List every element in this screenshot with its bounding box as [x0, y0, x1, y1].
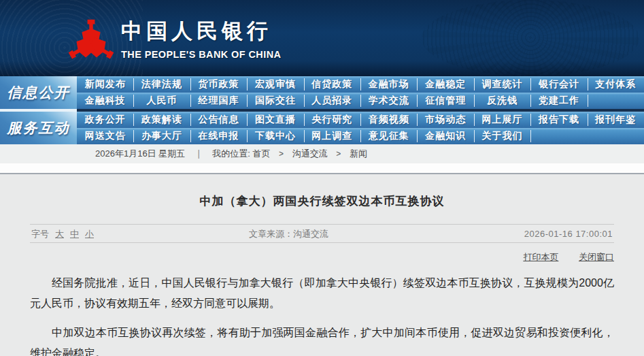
fontsize-option[interactable]: 中 — [70, 229, 79, 239]
nav-section-label[interactable]: 服务互动 — [0, 112, 77, 144]
nav-item[interactable]: 人民币 — [133, 93, 190, 109]
article-paragraph: 经国务院批准，近日，中国人民银行与加拿大银行（即加拿大中央银行）续签双边本币互换… — [30, 273, 614, 314]
nav-item[interactable]: 在线申报 — [190, 128, 247, 144]
nav-item[interactable]: 网上调查 — [304, 128, 360, 144]
header-watermark-right — [422, 0, 639, 76]
article-source: 文章来源：沟通交流 — [249, 225, 328, 243]
nav-section: 服务互动政务公开政策解读公告信息图文直播央行研究音频视频市场动态网上展厅报告下载… — [0, 112, 644, 144]
nav-item[interactable]: 政务公开 — [77, 112, 133, 128]
nav-item[interactable]: 党建工作 — [530, 93, 587, 109]
nav-item[interactable]: 音频视频 — [360, 112, 417, 128]
fontsize-option[interactable]: 小 — [85, 229, 94, 239]
nav-item[interactable]: 报刊年鉴 — [588, 112, 644, 128]
nav-item[interactable]: 网送文告 — [77, 128, 133, 144]
nav-row: 网送文告办事大厅在线申报下载中心网上调查意见征集金融知识关于我们 — [77, 128, 644, 144]
breadcrumb-arrow-icon: > — [279, 149, 284, 159]
breadcrumb-section-link[interactable]: 沟通交流 — [292, 148, 328, 159]
fontsize-label: 字号 — [31, 229, 49, 239]
nav-item[interactable]: 宏观审慎 — [247, 76, 303, 93]
fontsize-links: 大中小 — [49, 229, 94, 239]
nav-item[interactable]: 新闻发布 — [77, 76, 133, 93]
article-actions: 打印本页 关闭窗口 — [30, 251, 614, 263]
nav-item[interactable]: 办事大厅 — [133, 128, 190, 144]
source-value: 沟通交流 — [293, 229, 328, 239]
nav-item[interactable]: 人员招录 — [304, 93, 360, 109]
nav-item[interactable]: 意见征集 — [360, 128, 417, 144]
source-label: 文章来源： — [249, 229, 293, 239]
nav-cell-empty — [588, 128, 644, 144]
article-panel: 中加（拿大）两国央行续签双边本币互换协议 字号大中小 文章来源：沟通交流 202… — [0, 173, 644, 356]
breadcrumb-arrow-icon: > — [336, 149, 341, 159]
site-header: 中国人民银行 THE PEOPLE'S BANK OF CHINA — [0, 0, 644, 76]
close-window-link[interactable]: 关闭窗口 — [579, 252, 614, 262]
breadcrumb: 2026年1月16日 星期五 ｜ 我的位置: 首页 > 沟通交流 > 新闻 — [0, 144, 644, 163]
nav-item[interactable]: 金融知识 — [417, 128, 473, 144]
pboc-logo-icon — [68, 16, 114, 60]
nav-item[interactable]: 信贷政策 — [304, 76, 360, 93]
fontsize-control: 字号大中小 — [31, 225, 94, 243]
nav-item[interactable]: 学术交流 — [360, 93, 417, 109]
header-content-gap — [0, 163, 644, 173]
nav-item[interactable]: 经理国库 — [190, 93, 247, 109]
fontsize-option[interactable]: 大 — [55, 229, 64, 239]
location-label: 我的位置: — [212, 148, 250, 159]
brand-name-en: THE PEOPLE'S BANK OF CHINA — [121, 49, 281, 60]
print-page-link[interactable]: 打印本页 — [523, 252, 558, 262]
nav-section: 信息公开新闻发布法律法规货币政策宏观审慎信贷政策金融市场金融稳定调查统计银行会计… — [0, 76, 644, 109]
nav-cell-empty — [530, 128, 587, 144]
nav-item[interactable]: 征信管理 — [417, 93, 473, 109]
nav-item[interactable]: 反洗钱 — [474, 93, 530, 109]
article-paragraph: 中加双边本币互换协议再次续签，将有助于加强两国金融合作，扩大中加间本币使用，促进… — [30, 323, 614, 356]
nav-item[interactable]: 支付体系 — [588, 76, 644, 93]
nav-item[interactable]: 金融稳定 — [417, 76, 473, 93]
nav-item[interactable]: 图文直播 — [247, 112, 303, 128]
nav-cell-empty — [588, 93, 644, 109]
nav-item[interactable]: 央行研究 — [304, 112, 360, 128]
nav-item[interactable]: 银行会计 — [530, 76, 587, 93]
nav-item[interactable]: 法律法规 — [133, 76, 190, 93]
nav-item[interactable]: 货币政策 — [190, 76, 247, 93]
brand-name-cn: 中国人民银行 — [121, 17, 281, 46]
main-nav: 信息公开新闻发布法律法规货币政策宏观审慎信贷政策金融市场金融稳定调查统计银行会计… — [0, 76, 644, 144]
breadcrumb-home-link[interactable]: 首页 — [252, 148, 270, 159]
brand-block: 中国人民银行 THE PEOPLE'S BANK OF CHINA — [121, 17, 281, 60]
nav-item[interactable]: 下载中心 — [247, 128, 303, 144]
nav-item[interactable]: 金融科技 — [77, 93, 133, 109]
article-title: 中加（拿大）两国央行续签双边本币互换协议 — [0, 193, 644, 209]
nav-item[interactable]: 国际交往 — [247, 93, 303, 109]
nav-row: 新闻发布法律法规货币政策宏观审慎信贷政策金融市场金融稳定调查统计银行会计支付体系 — [77, 76, 644, 93]
nav-item[interactable]: 网上展厅 — [474, 112, 530, 128]
article-datetime: 2026-01-16 17:00:01 — [524, 225, 613, 243]
nav-row: 金融科技人民币经理国库国际交往人员招录学术交流征信管理反洗钱党建工作 — [77, 93, 644, 109]
nav-item[interactable]: 政策解读 — [133, 112, 190, 128]
nav-section-label[interactable]: 信息公开 — [0, 76, 77, 109]
nav-item[interactable]: 金融市场 — [360, 76, 417, 93]
breadcrumb-divider: ｜ — [194, 148, 203, 159]
nav-item[interactable]: 市场动态 — [417, 112, 473, 128]
nav-menu: 政务公开政策解读公告信息图文直播央行研究音频视频市场动态网上展厅报告下载报刊年鉴… — [77, 112, 644, 144]
nav-item[interactable]: 报告下载 — [530, 112, 587, 128]
current-date: 2026年1月16日 星期五 — [95, 148, 185, 159]
nav-row: 政务公开政策解读公告信息图文直播央行研究音频视频市场动态网上展厅报告下载报刊年鉴 — [77, 112, 644, 128]
nav-item[interactable]: 关于我们 — [474, 128, 530, 144]
nav-item[interactable]: 调查统计 — [474, 76, 530, 93]
article-body: 经国务院批准，近日，中国人民银行与加拿大银行（即加拿大中央银行）续签双边本币互换… — [30, 273, 614, 356]
nav-item[interactable]: 公告信息 — [190, 112, 247, 128]
breadcrumb-page-link[interactable]: 新闻 — [350, 148, 367, 159]
nav-menu: 新闻发布法律法规货币政策宏观审慎信贷政策金融市场金融稳定调查统计银行会计支付体系… — [77, 76, 644, 109]
article-meta-row: 字号大中小 文章来源：沟通交流 2026-01-16 17:00:01 — [30, 224, 614, 243]
